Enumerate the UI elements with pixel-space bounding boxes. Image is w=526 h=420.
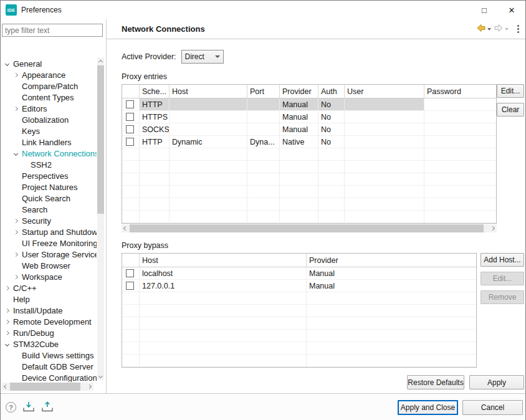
table-row[interactable]: localhostManual xyxy=(122,267,476,280)
row-checkbox[interactable] xyxy=(126,269,134,277)
forward-history-dropdown-icon[interactable] xyxy=(505,28,509,31)
row-checkbox-cell[interactable] xyxy=(122,98,140,110)
scroll-down-button[interactable] xyxy=(97,372,105,380)
sidebar-item-device-configuration[interactable]: Device Configuration xyxy=(1,372,97,382)
sidebar-item-content-types[interactable]: Content Types xyxy=(1,92,97,103)
sidebar-item-install-update[interactable]: Install/Update xyxy=(1,305,97,316)
sidebar-item-user-storage-service[interactable]: User Storage Service xyxy=(1,249,97,260)
sidebar-item-globalization[interactable]: Globalization xyxy=(1,114,97,125)
table-row[interactable]: HTTPManualNo xyxy=(122,98,496,111)
row-checkbox-cell[interactable] xyxy=(122,123,140,135)
column-header[interactable]: Auth xyxy=(318,85,345,98)
proxy-entries-horizontal-scrollbar[interactable] xyxy=(122,224,497,232)
column-header[interactable]: Provider xyxy=(307,254,476,267)
sidebar-item-perspectives[interactable]: Perspectives xyxy=(1,170,97,181)
sidebar-item-search[interactable]: Search xyxy=(1,204,97,215)
collapse-chevron-icon[interactable] xyxy=(12,152,20,155)
sidebar-item-build-views-settings[interactable]: Build Views settings xyxy=(1,350,97,361)
apply-button[interactable]: Apply xyxy=(469,375,524,389)
title-bar[interactable]: IDE Preferences □ ✕ xyxy=(1,1,525,19)
sidebar-item-help[interactable]: Help xyxy=(1,294,97,305)
sidebar-item-stm32cube[interactable]: STM32Cube xyxy=(1,338,97,350)
expand-chevron-icon[interactable] xyxy=(3,332,11,335)
column-header[interactable]: Sche... xyxy=(140,85,170,98)
view-menu-icon[interactable] xyxy=(517,25,519,33)
sidebar-item-remote-development[interactable]: Remote Development xyxy=(1,316,97,327)
sidebar-item-web-browser[interactable]: Web Browser xyxy=(1,260,97,271)
maximize-button[interactable]: □ xyxy=(471,1,498,19)
edit-proxy-button[interactable]: Edit... xyxy=(497,84,524,98)
row-checkbox-cell[interactable] xyxy=(122,267,140,279)
sidebar-item-general[interactable]: General xyxy=(1,58,97,69)
sidebar-item-quick-search[interactable]: Quick Search xyxy=(1,193,97,204)
table-row[interactable]: SOCKSManualNo xyxy=(122,123,496,136)
row-checkbox[interactable] xyxy=(126,282,134,290)
import-preferences-button[interactable] xyxy=(22,401,35,414)
row-checkbox-cell[interactable] xyxy=(122,111,140,123)
scroll-left-button[interactable] xyxy=(2,383,10,391)
expand-chevron-icon[interactable] xyxy=(12,253,20,256)
help-button[interactable]: ? xyxy=(6,402,16,413)
proxy-bypass-table[interactable]: HostProviderlocalhostManual127.0.0.1Manu… xyxy=(122,253,477,368)
table-row[interactable]: 127.0.0.1Manual xyxy=(122,280,476,292)
sidebar-item-link-handlers[interactable]: Link Handlers xyxy=(1,136,97,148)
sidebar-item-run-debug[interactable]: Run/Debug xyxy=(1,327,97,338)
table-row[interactable]: HTTPDynamicDyna...NativeNo xyxy=(122,136,496,148)
sidebar-item-compare-patch[interactable]: Compare/Patch xyxy=(1,80,97,92)
restore-defaults-button[interactable]: Restore Defaults xyxy=(407,375,464,389)
row-checkbox-cell[interactable] xyxy=(122,136,140,148)
scroll-right-button[interactable] xyxy=(85,383,93,391)
column-header[interactable]: Password xyxy=(424,85,496,98)
active-provider-select[interactable]: Direct xyxy=(181,50,224,64)
column-header[interactable]: Host xyxy=(170,85,247,98)
table-row[interactable]: HTTPSManualNo xyxy=(122,111,496,123)
clear-proxy-button[interactable]: Clear xyxy=(497,103,524,117)
row-checkbox[interactable] xyxy=(126,113,134,121)
edit-host-button[interactable]: Edit... xyxy=(481,272,524,285)
apply-and-close-button[interactable]: Apply and Close xyxy=(398,400,458,415)
expand-chevron-icon[interactable] xyxy=(12,231,20,234)
expand-chevron-icon[interactable] xyxy=(12,74,20,77)
row-checkbox-cell[interactable] xyxy=(122,280,140,292)
back-history-dropdown-icon[interactable] xyxy=(487,28,491,31)
sidebar-item-startup-and-shutdown[interactable]: Startup and Shutdown xyxy=(1,226,97,237)
sidebar-horizontal-scrollbar[interactable] xyxy=(2,383,93,391)
sidebar-item-ui-freeze-monitoring[interactable]: UI Freeze Monitoring xyxy=(1,237,97,249)
expand-chevron-icon[interactable] xyxy=(12,107,20,110)
export-preferences-button[interactable] xyxy=(41,401,54,414)
vertical-scroll-thumb[interactable] xyxy=(97,65,104,214)
column-header[interactable] xyxy=(122,254,140,267)
sidebar-item-ssh2[interactable]: SSH2 xyxy=(1,159,97,170)
sidebar-item-workspace[interactable]: Workspace xyxy=(1,271,97,282)
sidebar-item-c-c-[interactable]: C/C++ xyxy=(1,282,97,294)
sidebar-item-appearance[interactable]: Appearance xyxy=(1,69,97,80)
row-checkbox[interactable] xyxy=(126,125,134,133)
collapse-chevron-icon[interactable] xyxy=(3,62,11,65)
proxy-entries-table[interactable]: Sche...HostPortProviderAuthUserPasswordH… xyxy=(122,84,497,224)
expand-chevron-icon[interactable] xyxy=(12,219,20,222)
expand-chevron-icon[interactable] xyxy=(3,309,11,312)
sidebar-vertical-scrollbar[interactable] xyxy=(97,58,104,380)
column-header[interactable]: Port xyxy=(247,85,280,98)
expand-chevron-icon[interactable] xyxy=(3,320,11,323)
horizontal-scroll-thumb[interactable] xyxy=(10,383,80,391)
forward-button[interactable] xyxy=(494,23,504,35)
horizontal-scroll-thumb[interactable] xyxy=(130,224,484,232)
remove-host-button[interactable]: Remove xyxy=(481,290,524,304)
add-host-button[interactable]: Add Host... xyxy=(481,253,524,267)
back-button[interactable] xyxy=(476,23,486,35)
sidebar-item-project-natures[interactable]: Project Natures xyxy=(1,181,97,193)
cancel-button[interactable]: Cancel xyxy=(462,400,523,415)
expand-chevron-icon[interactable] xyxy=(12,275,20,279)
collapse-chevron-icon[interactable] xyxy=(3,343,11,346)
row-checkbox[interactable] xyxy=(126,138,134,146)
close-button[interactable]: ✕ xyxy=(498,1,525,19)
sidebar-item-editors[interactable]: Editors xyxy=(1,103,97,114)
row-checkbox[interactable] xyxy=(126,100,134,108)
column-header[interactable]: Host xyxy=(140,254,307,267)
filter-input[interactable] xyxy=(2,24,103,37)
scroll-right-button[interactable] xyxy=(489,224,497,232)
sidebar-item-keys[interactable]: Keys xyxy=(1,125,97,136)
scroll-left-button[interactable] xyxy=(122,224,130,232)
expand-chevron-icon[interactable] xyxy=(3,287,11,290)
